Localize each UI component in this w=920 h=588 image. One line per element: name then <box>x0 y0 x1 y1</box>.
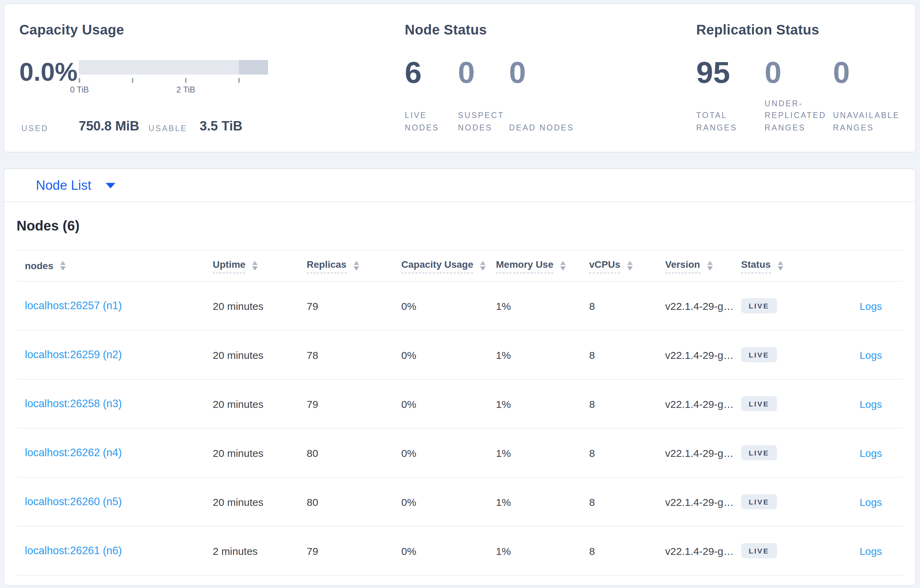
logs-link[interactable]: Logs <box>860 447 882 459</box>
used-value: 750.8 MiB <box>79 119 139 134</box>
replicas-cell: 79 <box>307 398 401 410</box>
node-link[interactable]: localhost:26260 (n5) <box>25 496 122 507</box>
uptime-cell: 20 minutes <box>213 349 307 360</box>
replicas-cell: 79 <box>307 545 401 557</box>
node-status-stats: 6 LIVE NODES 0 SUSPECT NODES 0 DEAD NODE… <box>405 55 574 134</box>
table-row: localhost:26261 (n6) 2 minutes 79 0% 1% … <box>16 527 903 575</box>
nodes-heading: Nodes (6) <box>16 218 79 234</box>
chevron-down-icon <box>106 183 116 188</box>
sort-icon <box>560 261 566 271</box>
capacity-bar-provisioned-segment <box>239 60 268 74</box>
table-row: localhost:26262 (n4) 20 minutes 80 0% 1%… <box>16 428 903 478</box>
version-cell: v22.1.4-29-g… <box>665 398 741 410</box>
axis-tick <box>185 78 186 83</box>
vcpus-cell: 8 <box>589 349 665 360</box>
column-header-vcpus[interactable]: vCPUs <box>589 258 665 273</box>
dead-nodes-count: 0 <box>509 55 574 90</box>
column-header-capacity-usage[interactable]: Capacity Usage <box>401 258 496 273</box>
vcpus-cell: 8 <box>589 398 665 410</box>
column-header-memory-use[interactable]: Memory Use <box>496 258 589 273</box>
capacity-usage-cell: 0% <box>401 496 496 507</box>
unavailable-ranges-stat: 0 UNAVAILABLE RANGES <box>833 55 899 134</box>
axis-tick-label: 0 TiB <box>70 85 89 95</box>
status-badge: LIVE <box>741 298 777 314</box>
logs-link[interactable]: Logs <box>860 398 882 410</box>
column-header-nodes[interactable]: nodes <box>16 260 213 271</box>
dead-nodes-label: DEAD NODES <box>509 122 574 134</box>
status-badge: LIVE <box>741 347 777 363</box>
unavailable-ranges-count: 0 <box>833 55 899 90</box>
total-ranges-count: 95 <box>696 55 765 90</box>
capacity-bar-chart: 0 TiB 2 TiB <box>79 60 269 96</box>
logs-link[interactable]: Logs <box>860 300 882 312</box>
logs-link[interactable]: Logs <box>860 545 882 557</box>
uptime-cell: 20 minutes <box>213 447 307 459</box>
capacity-usage-cell: 0% <box>401 447 496 459</box>
capacity-usage-title: Capacity Usage <box>19 22 124 38</box>
memory-use-cell: 1% <box>496 545 589 557</box>
memory-use-cell: 1% <box>496 349 589 360</box>
logs-link[interactable]: Logs <box>860 349 882 360</box>
replication-status-stats: 95 TOTAL RANGES 0 UNDER-REPLICATED RANGE… <box>696 55 899 134</box>
column-header-status[interactable]: Status <box>741 258 824 273</box>
version-cell: v22.1.4-29-g… <box>665 447 741 459</box>
total-ranges-label: TOTAL RANGES <box>696 110 762 134</box>
view-selector-bar: Node List <box>4 169 915 202</box>
axis-tick <box>132 78 133 83</box>
sort-icon <box>353 261 359 271</box>
logs-link[interactable]: Logs <box>860 496 882 507</box>
node-link[interactable]: localhost:26258 (n3) <box>25 397 122 409</box>
node-link[interactable]: localhost:26259 (n2) <box>25 349 122 360</box>
version-cell: v22.1.4-29-g… <box>665 349 741 360</box>
memory-use-cell: 1% <box>496 398 589 410</box>
usable-value: 3.5 TiB <box>199 119 243 134</box>
capacity-usage-cell: 0% <box>401 398 496 410</box>
node-list-panel: Node List Nodes (6) nodes Uptime Replica… <box>3 168 916 586</box>
column-header-replicas[interactable]: Replicas <box>307 258 401 273</box>
memory-use-cell: 1% <box>496 447 589 459</box>
table-row: localhost:26257 (n1) 20 minutes 79 0% 1%… <box>16 281 903 331</box>
table-header-row: nodes Uptime Replicas Capacity Usage Mem… <box>16 250 903 281</box>
vcpus-cell: 8 <box>589 447 665 459</box>
sort-icon <box>253 261 258 271</box>
sort-icon <box>480 261 486 271</box>
replication-status-title: Replication Status <box>696 22 819 38</box>
sort-icon <box>60 261 66 271</box>
uptime-cell: 2 minutes <box>213 545 307 557</box>
replication-status-section: Replication Status 95 TOTAL RANGES 0 UND… <box>696 4 912 152</box>
column-header-version[interactable]: Version <box>665 258 741 273</box>
capacity-usage-cell: 0% <box>401 545 496 557</box>
node-list-dropdown-label: Node List <box>36 178 92 193</box>
vcpus-cell: 8 <box>589 300 665 312</box>
node-link[interactable]: localhost:26262 (n4) <box>25 446 122 458</box>
sort-icon <box>778 261 783 271</box>
capacity-usage-cell: 0% <box>401 300 496 312</box>
capacity-used-percent: 0.0% <box>19 59 78 86</box>
suspect-nodes-label: SUSPECT NODES <box>458 110 509 134</box>
usable-label: USABLE <box>149 124 187 132</box>
vcpus-cell: 8 <box>589 496 665 507</box>
uptime-cell: 20 minutes <box>213 398 307 410</box>
total-ranges-stat: 95 TOTAL RANGES <box>696 55 765 134</box>
cluster-overview-page: Capacity Usage 0.0% 0 TiB 2 TiB USED 750… <box>0 0 920 588</box>
replicas-cell: 80 <box>307 447 401 459</box>
status-badge: LIVE <box>741 543 777 559</box>
suspect-nodes-stat: 0 SUSPECT NODES <box>458 55 509 134</box>
uptime-cell: 20 minutes <box>213 496 307 507</box>
axis-tick <box>238 78 240 83</box>
uptime-cell: 20 minutes <box>213 300 307 312</box>
replicas-cell: 79 <box>307 300 401 312</box>
live-nodes-stat: 6 LIVE NODES <box>405 55 458 134</box>
suspect-nodes-count: 0 <box>458 55 509 90</box>
replicas-cell: 80 <box>307 496 401 507</box>
live-nodes-count: 6 <box>405 55 458 90</box>
node-link[interactable]: localhost:26257 (n1) <box>25 299 122 311</box>
status-badge: LIVE <box>741 445 777 461</box>
used-label: USED <box>21 124 49 132</box>
node-link[interactable]: localhost:26261 (n6) <box>25 544 122 556</box>
replicas-cell: 78 <box>307 349 401 360</box>
vcpus-cell: 8 <box>589 545 665 557</box>
table-row: localhost:26259 (n2) 20 minutes 78 0% 1%… <box>16 331 903 380</box>
column-header-uptime[interactable]: Uptime <box>213 258 307 273</box>
node-list-dropdown[interactable]: Node List <box>36 169 116 202</box>
